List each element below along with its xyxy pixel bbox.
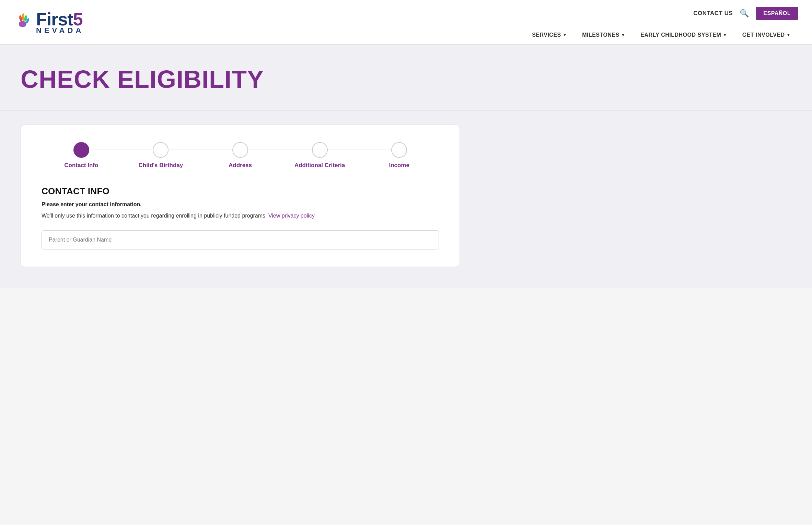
search-icon: 🔍: [740, 9, 749, 18]
svg-point-5: [19, 21, 26, 27]
nav-ecs[interactable]: EARLY CHILDHOOD SYSTEM ▼: [633, 26, 734, 44]
logo-nevada-text: NEVADA: [36, 27, 84, 34]
step-4-circle: [312, 142, 328, 158]
step-childs-birthday: Child's Birthday: [121, 142, 201, 169]
step-1-circle: [73, 142, 89, 158]
nav-services[interactable]: SERVICES ▼: [524, 26, 575, 44]
chevron-down-icon: ▼: [563, 33, 567, 37]
step-1-label: Contact Info: [64, 162, 98, 169]
stepper: Contact Info Child's Birthday Address Ad…: [42, 142, 439, 169]
step-income: Income: [359, 142, 439, 169]
logo-hand-icon: [14, 13, 33, 32]
svg-point-2: [22, 13, 24, 21]
step-3-label: Address: [229, 162, 252, 169]
nav-get-involved[interactable]: GET INVOLVED ▼: [735, 26, 798, 44]
espanol-button[interactable]: ESPAÑOL: [756, 7, 798, 20]
nav-milestones[interactable]: MILESTONES ▼: [575, 26, 633, 44]
nav-top-right: CONTACT US 🔍 ESPAÑOL: [693, 7, 798, 20]
step-additional-criteria: Additional Criteria: [280, 142, 360, 169]
privacy-policy-link[interactable]: View privacy policy: [268, 213, 315, 219]
chevron-down-icon: ▼: [787, 33, 791, 37]
step-contact-info: Contact Info: [42, 142, 121, 169]
step-2-circle: [153, 142, 169, 158]
step-5-label: Income: [389, 162, 409, 169]
step-4-label: Additional Criteria: [294, 162, 345, 169]
logo-link[interactable]: First5 NEVADA: [14, 10, 84, 34]
step-5-circle: [391, 142, 407, 158]
chevron-down-icon: ▼: [621, 33, 625, 37]
nav-main: SERVICES ▼ MILESTONES ▼ EARLY CHILDHOOD …: [524, 26, 798, 44]
search-button[interactable]: 🔍: [740, 9, 749, 18]
step-3-circle: [232, 142, 248, 158]
content-area: Contact Info Child's Birthday Address Ad…: [0, 111, 812, 288]
navbar: First5 NEVADA CONTACT US 🔍 ESPAÑOL SERVI…: [0, 0, 812, 45]
form-subtitle: Please enter your contact information.: [42, 201, 439, 208]
form-section-title: CONTACT INFO: [42, 186, 439, 197]
parent-guardian-name-input[interactable]: [42, 230, 439, 249]
hero-section: CHECK ELIGIBILITY: [0, 45, 812, 111]
chevron-down-icon: ▼: [723, 33, 727, 37]
form-card: Contact Info Child's Birthday Address Ad…: [21, 125, 460, 267]
page-title: CHECK ELIGIBILITY: [21, 65, 791, 93]
step-2-label: Child's Birthday: [139, 162, 183, 169]
form-privacy-text: We'll only use this information to conta…: [42, 212, 439, 220]
contact-us-link[interactable]: CONTACT US: [693, 10, 733, 17]
step-address: Address: [200, 142, 280, 169]
